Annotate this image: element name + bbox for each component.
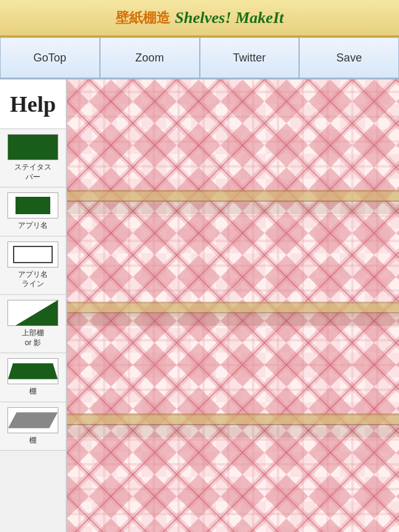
svg-marker-1 xyxy=(8,363,58,379)
sidebar-item-shelf-2[interactable]: 棚 xyxy=(0,402,66,451)
app-name-icon xyxy=(7,192,58,219)
title-english: Shelves! MakeIt xyxy=(175,9,284,27)
svg-rect-28 xyxy=(67,302,399,304)
svg-rect-29 xyxy=(67,304,399,312)
svg-rect-27 xyxy=(67,202,399,214)
sidebar-item-top-shelf[interactable]: 上部棚or 影 xyxy=(0,295,66,353)
sidebar-item-app-name[interactable]: アプリ名 xyxy=(0,187,66,237)
plaid-pattern xyxy=(67,79,399,532)
sidebar-item-status-bar[interactable]: ステイタスバー xyxy=(0,129,66,187)
sidebar-item-help[interactable]: Help xyxy=(0,79,66,129)
svg-rect-31 xyxy=(67,313,399,326)
title-japanese: 壁紙棚造 xyxy=(115,9,170,27)
sidebar-item-shelf-1[interactable]: 棚 xyxy=(0,353,66,402)
sidebar: Help ステイタスバー アプリ名 アプリ名ライン xyxy=(0,79,67,532)
save-button[interactable]: Save xyxy=(299,37,399,78)
svg-rect-33 xyxy=(67,415,399,424)
main-area: Help ステイタスバー アプリ名 アプリ名ライン xyxy=(0,79,399,532)
top-shelf-label: 上部棚or 影 xyxy=(22,328,44,348)
status-bar-label: ステイタスバー xyxy=(14,163,52,182)
svg-rect-26 xyxy=(67,201,399,202)
zoom-button[interactable]: Zoom xyxy=(100,37,200,78)
svg-rect-30 xyxy=(67,312,399,313)
help-label: Help xyxy=(10,91,56,117)
svg-rect-35 xyxy=(67,425,399,438)
app-name-line-icon xyxy=(7,241,58,268)
wallpaper-area[interactable] xyxy=(67,79,399,532)
top-shelf-icon xyxy=(7,300,58,326)
shelf-2-icon xyxy=(7,407,58,433)
sidebar-item-app-name-line[interactable]: アプリ名ライン xyxy=(0,237,66,295)
twitter-button[interactable]: Twitter xyxy=(200,37,300,78)
svg-marker-0 xyxy=(16,300,58,325)
app-header: 壁紙棚造 Shelves! MakeIt xyxy=(0,0,399,37)
toolbar: GoTop Zoom Twitter Save xyxy=(0,37,399,79)
shelf-1-label: 棚 xyxy=(29,387,37,397)
svg-rect-32 xyxy=(67,413,399,415)
svg-rect-34 xyxy=(67,424,399,425)
app-name-label: アプリ名 xyxy=(18,221,48,231)
shelf-2-label: 棚 xyxy=(29,436,37,446)
shelf-1-icon xyxy=(7,358,58,384)
svg-marker-2 xyxy=(8,412,58,428)
status-bar-icon xyxy=(7,134,58,160)
app-name-line-label: アプリ名ライン xyxy=(18,270,48,289)
svg-rect-24 xyxy=(67,190,399,192)
gotop-button[interactable]: GoTop xyxy=(0,37,100,78)
svg-rect-25 xyxy=(67,192,399,201)
